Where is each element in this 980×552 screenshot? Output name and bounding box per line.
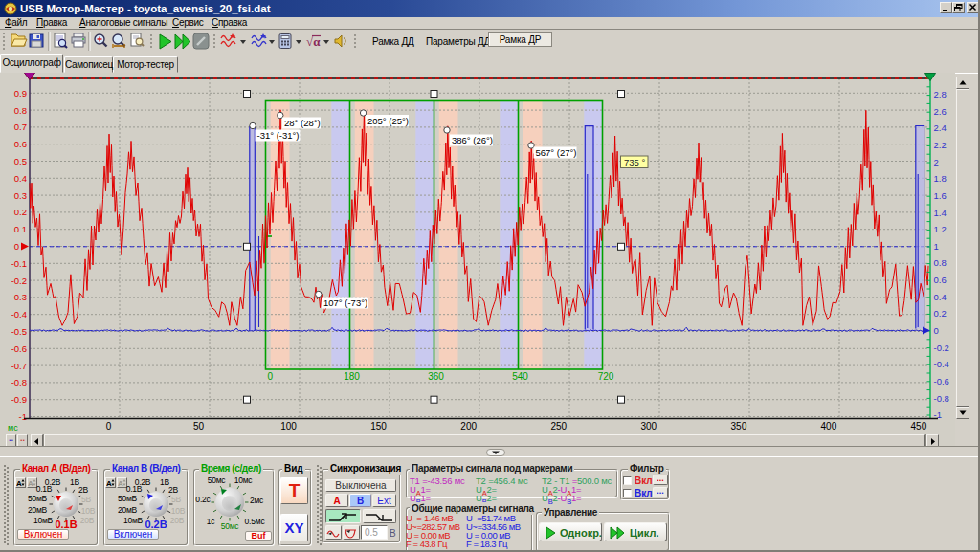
svg-text:0.8: 0.8 [14,105,27,116]
svg-text:мс: мс [8,423,18,432]
svg-text:0.1: 0.1 [14,224,27,234]
svg-text:A: A [16,479,22,487]
svg-text:205° (25°): 205° (25°) [368,116,409,126]
svg-text:50: 50 [193,421,205,431]
svg-text:-0.4: -0.4 [11,309,27,320]
svg-text:0.8: 0.8 [934,257,947,268]
svg-text:-1: -1 [19,411,27,422]
svg-text:0.4: 0.4 [14,173,27,184]
svg-text:2.2: 2.2 [934,140,947,150]
svg-text:0.3: 0.3 [14,190,27,201]
svg-text:0.2: 0.2 [14,207,27,217]
svg-text:200: 200 [460,421,477,431]
svg-text:0.6: 0.6 [14,139,27,149]
svg-text:-0.6: -0.6 [934,376,949,386]
svg-text:300: 300 [640,421,657,431]
svg-text:A: A [106,479,112,487]
svg-text:0: 0 [268,371,274,382]
svg-text:250: 250 [550,421,567,431]
svg-text:-0.6: -0.6 [11,343,27,354]
svg-text:450: 450 [911,421,927,431]
svg-text:-0.2: -0.2 [934,342,949,353]
svg-text:400: 400 [821,421,837,431]
svg-text:0: 0 [106,421,112,431]
svg-text:100: 100 [280,421,297,431]
svg-text:√α: √α [306,34,321,49]
svg-text:350: 350 [731,421,747,431]
svg-text:107° (-73°): 107° (-73°) [323,298,368,308]
svg-text:2: 2 [934,157,939,167]
svg-text:0.6: 0.6 [934,275,947,285]
svg-text:150: 150 [370,421,387,431]
svg-text:0.2: 0.2 [934,308,947,319]
svg-text:0: 0 [934,325,939,336]
svg-text:540: 540 [512,371,528,382]
svg-text:-0.1: -0.1 [11,258,27,269]
svg-text:1.2: 1.2 [934,224,947,234]
svg-text:-0.9: -0.9 [11,394,27,405]
svg-text:0.7: 0.7 [14,121,27,132]
svg-text:180: 180 [344,371,360,382]
svg-text:1: 1 [934,241,939,252]
svg-text:1.8: 1.8 [934,173,947,184]
svg-text:1.4: 1.4 [934,208,947,218]
svg-text:720: 720 [598,371,614,382]
svg-text:28° (28°): 28° (28°) [284,118,321,128]
svg-text:567° (27°): 567° (27°) [536,147,577,158]
svg-text:360: 360 [428,371,444,382]
svg-text:0.4: 0.4 [934,292,947,302]
svg-text:-0.8: -0.8 [11,377,27,387]
svg-text:735 °: 735 ° [624,157,645,167]
svg-text:2.4: 2.4 [934,122,947,133]
svg-text:2.8: 2.8 [934,89,947,99]
svg-text:2.6: 2.6 [934,106,947,117]
svg-text:0: 0 [14,241,19,252]
svg-text:0.5: 0.5 [14,156,27,166]
svg-text:-0.4: -0.4 [934,359,949,369]
svg-text:-0.2: -0.2 [11,276,27,286]
svg-text:-31° (-31°): -31° (-31°) [257,130,300,141]
svg-text:-0.3: -0.3 [11,292,27,302]
svg-text:-0.5: -0.5 [11,326,27,337]
svg-text:-0.7: -0.7 [11,361,27,371]
svg-text:386° (26°): 386° (26°) [452,135,493,145]
svg-text:-0.8: -0.8 [934,393,949,404]
svg-text:1.6: 1.6 [934,190,947,201]
svg-text:0.9: 0.9 [14,88,27,99]
